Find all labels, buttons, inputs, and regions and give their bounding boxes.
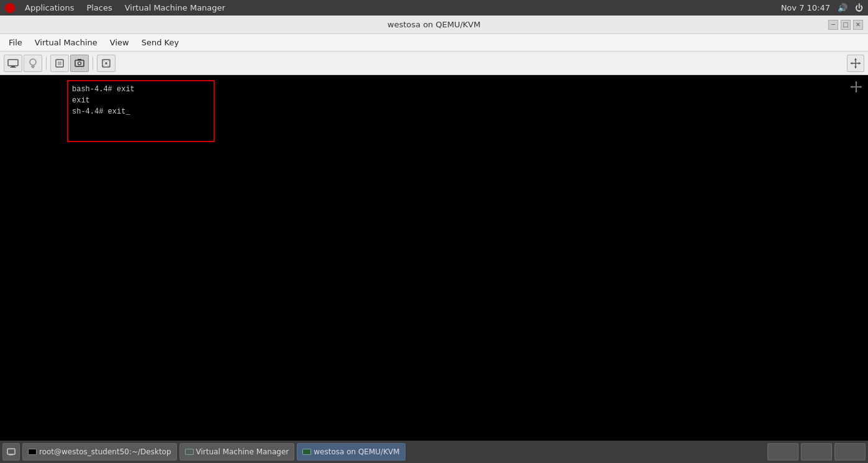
resize-button[interactable] [97, 55, 115, 72]
minimize-button[interactable]: ─ [828, 20, 838, 30]
svg-rect-0 [8, 60, 18, 66]
power-icon[interactable]: ⏻ [855, 3, 863, 12]
svg-marker-18 [851, 86, 852, 88]
toolbar-separator-1 [46, 56, 47, 70]
terminal-line-3: sh-4.4# exit_ [72, 106, 210, 117]
fullscreen-button[interactable] [50, 55, 69, 72]
menu-bar: File Virtual Machine View Send Key [0, 34, 868, 52]
svg-rect-4 [31, 66, 35, 67]
datetime: Nov 7 10:47 [781, 3, 830, 12]
terminal-window[interactable]: bash-4.4# exit exit sh-4.4# exit_ [67, 80, 215, 142]
vm-active-taskbar-icon [302, 449, 311, 455]
screenshot-button[interactable] [70, 55, 89, 72]
taskbar: root@westos_student50:~/Desktop Virtual … [0, 441, 868, 463]
vm-window: westosa on QEMU/KVM ─ □ ✕ File Virtual M… [0, 16, 868, 462]
svg-point-10 [78, 61, 81, 65]
svg-marker-12 [854, 58, 857, 60]
svg-rect-9 [78, 59, 81, 60]
bulb-icon [28, 58, 38, 69]
move-icon-container [847, 55, 864, 72]
terminal-taskbar-icon [28, 449, 37, 455]
maximize-button[interactable]: □ [841, 20, 851, 30]
window-controls: ─ □ ✕ [828, 20, 863, 30]
svg-rect-20 [7, 449, 15, 454]
vm-active-taskbar-item[interactable]: westosa on QEMU/KVM [297, 443, 405, 461]
places-menu[interactable]: Places [81, 2, 117, 14]
vm-manager-taskbar-label: Virtual Machine Manager [196, 447, 289, 456]
svg-marker-15 [859, 62, 861, 65]
svg-marker-16 [855, 81, 857, 83]
fullscreen-icon [55, 58, 65, 68]
svg-rect-21 [9, 454, 13, 456]
display-button[interactable] [4, 55, 22, 72]
vm-crosshair-icon [849, 80, 863, 94]
terminal-taskbar-label: root@westos_student50:~/Desktop [39, 447, 171, 456]
svg-point-3 [30, 59, 36, 65]
monitor-icon [7, 59, 19, 68]
show-desktop-icon [7, 448, 16, 456]
vm-move-icon[interactable] [849, 80, 863, 96]
vm-manager-taskbar-icon [185, 449, 194, 455]
svg-rect-8 [75, 60, 84, 66]
title-bar: westosa on QEMU/KVM ─ □ ✕ [0, 16, 868, 34]
screenshot-icon [75, 59, 84, 68]
svg-rect-7 [58, 61, 61, 65]
taskbar-right-btn-1[interactable] [767, 443, 798, 461]
virtual-machine-menu[interactable]: Virtual Machine [29, 35, 104, 50]
resize-icon [101, 58, 111, 68]
window-title: westosa on QEMU/KVM [387, 20, 481, 29]
terminal-line-1: bash-4.4# exit [72, 84, 210, 95]
send-key-menu[interactable]: Send Key [135, 35, 185, 50]
system-bar: Applications Places Virtual Machine Mana… [0, 0, 868, 16]
volume-icon[interactable]: 🔊 [838, 3, 848, 12]
vm-manager-menu[interactable]: Virtual Machine Manager [120, 2, 230, 14]
applications-menu[interactable]: Applications [20, 2, 79, 14]
vm-active-taskbar-label: westosa on QEMU/KVM [314, 447, 399, 456]
view-menu[interactable]: View [104, 35, 135, 50]
show-desktop-button[interactable] [2, 443, 20, 461]
svg-marker-14 [851, 62, 852, 65]
details-button[interactable] [24, 55, 42, 72]
taskbar-right-btn-2[interactable] [801, 443, 832, 461]
svg-rect-1 [11, 66, 15, 67]
svg-marker-13 [854, 66, 857, 68]
toolbar [0, 52, 868, 75]
crosshair-icon [850, 58, 861, 69]
svg-rect-2 [10, 67, 16, 68]
vm-manager-taskbar-item[interactable]: Virtual Machine Manager [179, 443, 295, 461]
terminal-line-2: exit [72, 95, 210, 106]
redhat-icon [5, 3, 15, 13]
move-button[interactable] [847, 55, 864, 72]
taskbar-right-buttons [767, 443, 866, 461]
svg-marker-19 [860, 86, 862, 88]
vm-display[interactable]: bash-4.4# exit exit sh-4.4# exit_ [0, 75, 868, 462]
close-button[interactable]: ✕ [853, 20, 863, 30]
toolbar-separator-2 [93, 56, 93, 70]
svg-rect-5 [32, 67, 34, 68]
taskbar-right-btn-3[interactable] [834, 443, 866, 461]
terminal-taskbar-item[interactable]: root@westos_student50:~/Desktop [22, 443, 177, 461]
file-menu[interactable]: File [2, 35, 29, 50]
svg-marker-17 [855, 91, 857, 92]
